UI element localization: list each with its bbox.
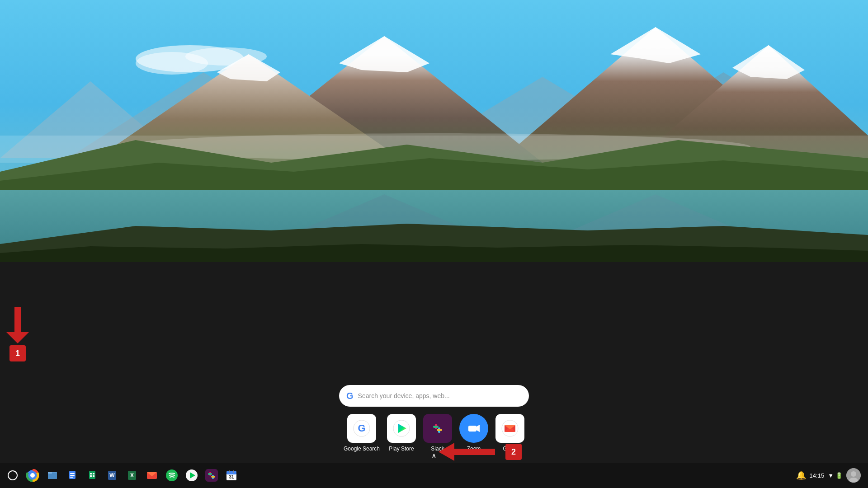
svg-rect-54 — [70, 475, 75, 476]
shelf-left: W X — [4, 466, 796, 484]
svg-rect-43 — [452, 449, 495, 455]
shelf-launcher-button[interactable] — [4, 466, 22, 484]
search-bar[interactable]: G Search your device, apps, web... — [339, 385, 529, 407]
annotation-arrow-1: 1 — [6, 307, 29, 361]
shelf-gmail-icon[interactable] — [143, 466, 161, 484]
wallpaper — [0, 0, 868, 262]
shelf-excel-icon[interactable]: X — [123, 466, 141, 484]
svg-marker-84 — [6, 332, 29, 343]
clock-display: 14:15 — [810, 472, 825, 479]
shelf-sheets-icon[interactable] — [83, 466, 101, 484]
svg-point-45 — [8, 471, 17, 480]
notification-icon[interactable]: 🔔 — [796, 470, 806, 480]
svg-rect-70 — [205, 469, 218, 482]
svg-rect-83 — [14, 307, 21, 332]
svg-text:31: 31 — [229, 474, 234, 479]
svg-rect-73 — [208, 473, 212, 475]
annotation-number-2: 2 — [505, 444, 522, 460]
play-store-label: Play Store — [389, 446, 414, 452]
svg-rect-36 — [468, 426, 476, 432]
shelf-play-icon[interactable] — [183, 466, 201, 484]
user-avatar[interactable] — [846, 468, 861, 483]
svg-rect-53 — [70, 473, 75, 474]
shelf-slack-icon[interactable] — [203, 466, 221, 484]
svg-text:G: G — [358, 422, 365, 434]
annotation-arrow-2: 2 — [439, 441, 522, 463]
svg-text:X: X — [130, 472, 134, 479]
svg-rect-59 — [90, 475, 92, 477]
svg-text:W: W — [109, 472, 115, 479]
system-shelf: W X — [0, 463, 868, 488]
svg-rect-56 — [89, 471, 95, 479]
svg-point-48 — [31, 474, 34, 477]
zoom-icon — [459, 414, 488, 443]
shelf-spotify-icon[interactable] — [163, 466, 181, 484]
app-play-store[interactable]: Play Store — [387, 414, 416, 452]
search-placeholder: Search your device, apps, web... — [358, 392, 450, 399]
google-logo-icon: G — [346, 391, 354, 401]
slack-icon — [423, 414, 452, 443]
annotation-number-1: 1 — [9, 345, 26, 361]
shelf-files-icon[interactable] — [43, 466, 61, 484]
svg-rect-57 — [90, 473, 92, 474]
gmail-icon — [495, 414, 524, 443]
svg-rect-30 — [429, 419, 447, 437]
svg-rect-78 — [229, 470, 230, 473]
shelf-chrome-icon[interactable] — [24, 466, 42, 484]
svg-marker-44 — [439, 443, 454, 461]
shelf-calendar-icon[interactable]: 31 — [222, 466, 241, 484]
google-search-label: Google Search — [344, 446, 380, 452]
svg-rect-79 — [233, 470, 234, 473]
svg-point-81 — [851, 471, 856, 477]
app-google-search[interactable]: G Google Search — [344, 414, 380, 452]
svg-rect-76 — [226, 471, 236, 474]
shelf-word-icon[interactable]: W — [103, 466, 121, 484]
google-search-icon: G — [347, 414, 376, 443]
battery-icon: 🔋 — [835, 472, 843, 479]
shelf-docs-icon[interactable] — [63, 466, 81, 484]
svg-rect-55 — [70, 477, 73, 478]
status-icons[interactable]: ▼ 🔋 — [828, 472, 843, 479]
network-icon: ▼ — [828, 472, 834, 479]
shelf-right: 🔔 14:15 ▼ 🔋 — [796, 468, 864, 483]
svg-rect-34 — [437, 429, 442, 431]
svg-rect-50 — [48, 473, 57, 479]
svg-rect-74 — [211, 476, 215, 478]
svg-rect-60 — [93, 475, 94, 477]
play-store-icon — [387, 414, 416, 443]
svg-rect-58 — [93, 473, 94, 474]
svg-rect-33 — [433, 426, 439, 428]
svg-rect-51 — [48, 472, 52, 474]
